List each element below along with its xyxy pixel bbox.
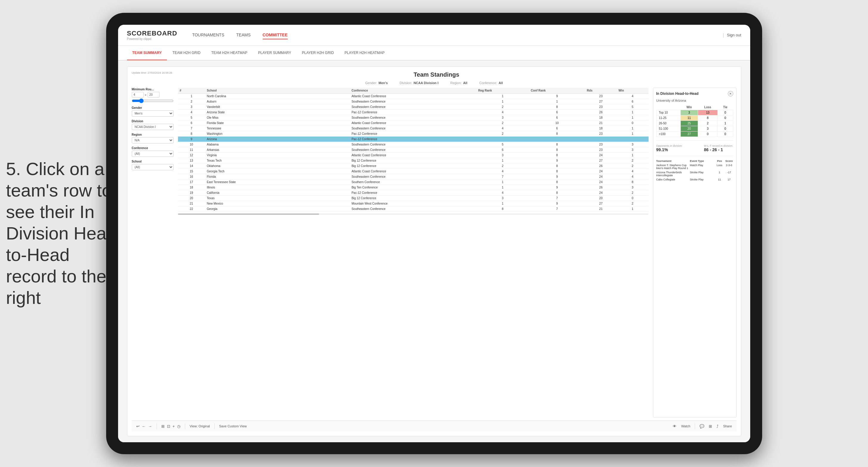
sub-nav-player-h2h-heatmap[interactable]: PLAYER H2H HEATMAP: [339, 46, 390, 60]
cell-conf-rank: [529, 136, 585, 142]
table-row[interactable]: 22 Georgia Southeastern Conference 8 7 2…: [178, 206, 649, 212]
cell-reg-rank: [476, 136, 529, 142]
cell-rank: 13: [178, 158, 205, 163]
table-scrollbar[interactable]: [178, 214, 649, 215]
table-row[interactable]: 2 Auburn Southeastern Conference 1 1 27 …: [178, 99, 649, 104]
tablet-frame: SCOREBOARD Powered by clippd TOURNAMENTS…: [106, 13, 762, 454]
h2h-close-button[interactable]: ✕: [728, 91, 733, 96]
toolbar-watch[interactable]: Watch: [681, 424, 690, 428]
cell-conference: Pac-12 Conference: [350, 110, 476, 115]
region-select[interactable]: N/A: [132, 137, 174, 144]
table-row[interactable]: 6 Florida State Atlantic Coast Conferenc…: [178, 121, 649, 126]
nav-tournaments[interactable]: TOURNAMENTS: [192, 31, 224, 39]
sub-nav-player-summary[interactable]: PLAYER SUMMARY: [253, 46, 297, 60]
h2h-label-100plus: >100: [656, 131, 680, 137]
table-row[interactable]: 14 Oklahoma Big 12 Conference 2 8 26 2: [178, 163, 649, 169]
min-rounds-max[interactable]: [148, 92, 159, 97]
table-row[interactable]: 10 Alabama Southeastern Conference 5 8 2…: [178, 142, 649, 147]
cell-conference: Pac-12 Conference: [350, 131, 476, 136]
table-row[interactable]: 18 Illinois Big Ten Conference 1 9 26 3: [178, 185, 649, 190]
table-row[interactable]: 8 Washington Pac-12 Conference 2 8 23 1: [178, 131, 649, 136]
toolbar-forward-button[interactable]: →: [148, 424, 152, 429]
cell-school: Georgia: [205, 206, 350, 212]
nav-teams[interactable]: TEAMS: [236, 31, 250, 39]
h2h-divider: [656, 141, 733, 141]
table-row[interactable]: 23 Texas A&M Southeastern Conference 9 1…: [178, 212, 649, 213]
table-row[interactable]: 4 Arizona State Pac-12 Conference 4 6 26…: [178, 110, 649, 115]
min-rounds-slider[interactable]: [132, 98, 174, 103]
table-row[interactable]: 17 East Tennessee State Southern Confere…: [178, 180, 649, 185]
table-row[interactable]: 11 Arkansas Southeastern Conference 6 8 …: [178, 147, 649, 153]
cell-rds: 23: [585, 142, 617, 147]
cell-win: 1: [617, 153, 648, 158]
table-row[interactable]: 20 Texas Big 12 Conference 3 7 20 0: [178, 196, 649, 201]
table-row[interactable]: 19 California Pac-12 Conference 4 8 24 2: [178, 190, 649, 196]
table-row[interactable]: 7 Tennessee Southeastern Conference 4 6 …: [178, 126, 649, 131]
toolbar-comment-icon[interactable]: 💬: [700, 424, 704, 429]
cell-reg-rank: 1: [476, 94, 529, 99]
conference-value: All: [499, 81, 503, 85]
h2h-row-11-25: 11-25 11 8 0: [656, 116, 733, 121]
cell-rank: 6: [178, 121, 205, 126]
cell-rank: 1: [178, 94, 205, 99]
table-row[interactable]: 1 North Carolina Atlantic Coast Conferen…: [178, 94, 649, 99]
h2h-th-tie: Tie: [718, 105, 733, 110]
cell-conf-rank: 8: [529, 190, 585, 196]
toolbar-zoom-in-button[interactable]: ⊞: [161, 424, 164, 429]
toolbar-undo-button[interactable]: ↩: [136, 424, 140, 429]
toolbar-add-button[interactable]: +: [173, 424, 175, 429]
cell-rank: 9: [178, 136, 205, 142]
tourn-name-1: Jackson T. Stephens Cup Men's Match Play…: [656, 164, 688, 170]
h2h-header: In Division Head-to-Head ✕: [656, 91, 733, 96]
cell-win: [617, 136, 648, 142]
cell-win: 2: [617, 190, 648, 196]
toolbar-eye-icon[interactable]: 👁: [673, 424, 677, 429]
table-row[interactable]: 16 Florida Southeastern Conference 7 9 2…: [178, 174, 649, 180]
toolbar-back-button[interactable]: ←: [142, 424, 146, 429]
toolbar-zoom-out-button[interactable]: ⊡: [167, 424, 170, 429]
toolbar-view-original[interactable]: View: Original: [190, 424, 210, 428]
cell-rank: 20: [178, 196, 205, 201]
cell-rank: 15: [178, 169, 205, 174]
th-score: Score: [725, 160, 733, 162]
h2h-loss-11-25: 8: [698, 116, 718, 121]
cell-win: 8: [617, 180, 648, 185]
nav-committee[interactable]: COMMITTEE: [263, 31, 288, 39]
tourn-score-3: 17: [725, 178, 733, 181]
table-row[interactable]: 21 New Mexico Mountain West Conference 1…: [178, 201, 649, 206]
sub-nav-team-h2h-grid[interactable]: TEAM H2H GRID: [167, 46, 206, 60]
cell-rds: 21: [585, 212, 617, 213]
table-row[interactable]: 15 Georgia Tech Atlantic Coast Conferenc…: [178, 169, 649, 174]
min-rounds-min[interactable]: [132, 92, 144, 97]
cell-rank: 12: [178, 153, 205, 158]
sign-out-button[interactable]: Sign out: [727, 33, 741, 37]
cell-conference: Atlantic Coast Conference: [350, 121, 476, 126]
table-row[interactable]: 3 Vanderbilt Southeastern Conference 2 8…: [178, 104, 649, 110]
division-value: NCAA Division I: [413, 81, 438, 85]
conference-select[interactable]: (All): [132, 151, 174, 157]
toolbar-share[interactable]: Share: [723, 424, 732, 428]
school-select[interactable]: (All): [132, 164, 174, 170]
toolbar-share-icon[interactable]: ⤴: [716, 424, 719, 429]
toolbar-clock-button[interactable]: ◷: [177, 424, 180, 429]
cell-conf-rank: 8: [529, 180, 585, 185]
division-select[interactable]: NCAA Division I: [132, 124, 174, 130]
sub-nav-team-h2h-heatmap[interactable]: TEAM H2H HEATMAP: [206, 46, 253, 60]
filter-group-school: School (All): [132, 160, 174, 170]
sub-nav-player-h2h-grid[interactable]: PLAYER H2H GRID: [297, 46, 339, 60]
h2h-win-top10: 3: [680, 110, 698, 116]
table-row[interactable]: 5 Ole Miss Southeastern Conference 3 6 1…: [178, 115, 649, 121]
gender-value: Men's: [379, 81, 388, 85]
table-row[interactable]: 12 Virginia Atlantic Coast Conference 3 …: [178, 153, 649, 158]
table-wrapper[interactable]: # School Conference Reg Rank Conf Rank R…: [178, 88, 649, 213]
table-row[interactable]: 9 Arizona Pac-12 Conference: [178, 136, 649, 142]
h2h-th-label: [656, 105, 680, 110]
th-conference: Conference: [350, 88, 476, 94]
toolbar-save-custom[interactable]: Save Custom View: [219, 424, 247, 428]
table-row[interactable]: 13 Texas Tech Big 12 Conference 1 9 27 2: [178, 158, 649, 163]
sub-nav-team-summary[interactable]: TEAM SUMMARY: [127, 46, 167, 60]
cell-conf-rank: 6: [529, 126, 585, 131]
cell-rank: 3: [178, 104, 205, 110]
toolbar-grid-icon[interactable]: ⊞: [709, 424, 712, 429]
gender-select[interactable]: Men's: [132, 110, 174, 117]
